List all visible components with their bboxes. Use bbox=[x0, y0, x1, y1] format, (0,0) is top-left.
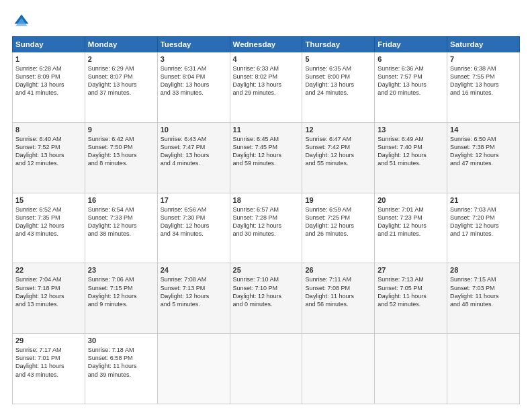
day-content: Sunrise: 6:29 AM Sunset: 8:07 PM Dayligh… bbox=[88, 64, 154, 97]
header bbox=[12, 12, 520, 31]
day-cell: 30Sunrise: 7:18 AM Sunset: 6:58 PM Dayli… bbox=[85, 334, 157, 404]
day-content: Sunrise: 6:43 AM Sunset: 7:47 PM Dayligh… bbox=[161, 135, 227, 168]
week-row-5: 29Sunrise: 7:17 AM Sunset: 7:01 PM Dayli… bbox=[13, 334, 520, 404]
day-content: Sunrise: 6:50 AM Sunset: 7:38 PM Dayligh… bbox=[450, 135, 517, 168]
day-cell: 13Sunrise: 6:49 AM Sunset: 7:40 PM Dayli… bbox=[375, 122, 447, 193]
week-row-2: 8Sunrise: 6:40 AM Sunset: 7:52 PM Daylig… bbox=[13, 122, 520, 193]
day-cell: 11Sunrise: 6:45 AM Sunset: 7:45 PM Dayli… bbox=[230, 122, 302, 193]
day-number: 8 bbox=[15, 126, 82, 134]
day-number: 9 bbox=[88, 126, 154, 134]
day-cell: 14Sunrise: 6:50 AM Sunset: 7:38 PM Dayli… bbox=[447, 122, 520, 193]
logo bbox=[12, 12, 34, 31]
weekday-header-monday: Monday bbox=[85, 37, 157, 52]
day-number: 12 bbox=[305, 126, 371, 134]
day-cell: 21Sunrise: 7:03 AM Sunset: 7:20 PM Dayli… bbox=[447, 193, 520, 263]
day-content: Sunrise: 7:04 AM Sunset: 7:18 PM Dayligh… bbox=[15, 275, 82, 308]
weekday-header-tuesday: Tuesday bbox=[157, 37, 230, 52]
day-cell: 10Sunrise: 6:43 AM Sunset: 7:47 PM Dayli… bbox=[157, 122, 230, 193]
day-cell: 23Sunrise: 7:06 AM Sunset: 7:15 PM Dayli… bbox=[85, 263, 157, 334]
day-content: Sunrise: 6:36 AM Sunset: 7:57 PM Dayligh… bbox=[378, 64, 444, 97]
day-number: 24 bbox=[161, 266, 227, 274]
day-cell: 19Sunrise: 6:59 AM Sunset: 7:25 PM Dayli… bbox=[302, 193, 375, 263]
day-content: Sunrise: 6:28 AM Sunset: 8:09 PM Dayligh… bbox=[15, 64, 82, 97]
day-cell: 4Sunrise: 6:33 AM Sunset: 8:02 PM Daylig… bbox=[230, 52, 302, 123]
page: SundayMondayTuesdayWednesdayThursdayFrid… bbox=[0, 0, 532, 411]
day-cell: 15Sunrise: 6:52 AM Sunset: 7:35 PM Dayli… bbox=[13, 193, 85, 263]
day-cell: 27Sunrise: 7:13 AM Sunset: 7:05 PM Dayli… bbox=[375, 263, 447, 334]
day-number: 10 bbox=[161, 126, 227, 134]
day-number: 7 bbox=[450, 55, 517, 63]
day-number: 21 bbox=[450, 196, 517, 204]
day-cell: 28Sunrise: 7:15 AM Sunset: 7:03 PM Dayli… bbox=[447, 263, 520, 334]
day-content: Sunrise: 6:38 AM Sunset: 7:55 PM Dayligh… bbox=[450, 64, 517, 97]
day-cell: 20Sunrise: 7:01 AM Sunset: 7:23 PM Dayli… bbox=[375, 193, 447, 263]
day-cell: 25Sunrise: 7:10 AM Sunset: 7:10 PM Dayli… bbox=[230, 263, 302, 334]
day-content: Sunrise: 6:35 AM Sunset: 8:00 PM Dayligh… bbox=[305, 64, 371, 97]
weekday-header-wednesday: Wednesday bbox=[230, 37, 302, 52]
day-cell: 22Sunrise: 7:04 AM Sunset: 7:18 PM Dayli… bbox=[13, 263, 85, 334]
day-number: 1 bbox=[15, 55, 82, 63]
day-cell: 24Sunrise: 7:08 AM Sunset: 7:13 PM Dayli… bbox=[157, 263, 230, 334]
weekday-header-saturday: Saturday bbox=[447, 37, 520, 52]
day-number: 19 bbox=[305, 196, 371, 204]
day-content: Sunrise: 7:17 AM Sunset: 7:01 PM Dayligh… bbox=[15, 346, 82, 379]
day-number: 29 bbox=[15, 336, 82, 345]
week-row-4: 22Sunrise: 7:04 AM Sunset: 7:18 PM Dayli… bbox=[13, 263, 520, 334]
day-cell: 6Sunrise: 6:36 AM Sunset: 7:57 PM Daylig… bbox=[375, 52, 447, 123]
day-number: 25 bbox=[233, 266, 300, 274]
day-number: 6 bbox=[378, 55, 444, 63]
day-cell: 7Sunrise: 6:38 AM Sunset: 7:55 PM Daylig… bbox=[447, 52, 520, 123]
calendar-body: 1Sunrise: 6:28 AM Sunset: 8:09 PM Daylig… bbox=[13, 52, 520, 404]
day-number: 2 bbox=[88, 55, 154, 63]
day-cell: 1Sunrise: 6:28 AM Sunset: 8:09 PM Daylig… bbox=[13, 52, 85, 123]
day-number: 27 bbox=[378, 266, 444, 274]
day-content: Sunrise: 6:57 AM Sunset: 7:28 PM Dayligh… bbox=[233, 205, 300, 238]
day-number: 13 bbox=[378, 126, 444, 134]
calendar-table: SundayMondayTuesdayWednesdayThursdayFrid… bbox=[12, 36, 520, 404]
day-number: 14 bbox=[450, 126, 517, 134]
day-cell bbox=[375, 334, 447, 404]
header-row: SundayMondayTuesdayWednesdayThursdayFrid… bbox=[13, 37, 520, 52]
day-content: Sunrise: 6:45 AM Sunset: 7:45 PM Dayligh… bbox=[233, 135, 300, 168]
day-content: Sunrise: 7:11 AM Sunset: 7:08 PM Dayligh… bbox=[305, 275, 371, 308]
day-content: Sunrise: 7:06 AM Sunset: 7:15 PM Dayligh… bbox=[88, 275, 154, 308]
day-content: Sunrise: 7:03 AM Sunset: 7:20 PM Dayligh… bbox=[450, 205, 517, 238]
day-cell: 9Sunrise: 6:42 AM Sunset: 7:50 PM Daylig… bbox=[85, 122, 157, 193]
day-content: Sunrise: 6:42 AM Sunset: 7:50 PM Dayligh… bbox=[88, 135, 154, 168]
day-content: Sunrise: 6:47 AM Sunset: 7:42 PM Dayligh… bbox=[305, 135, 371, 168]
day-cell: 12Sunrise: 6:47 AM Sunset: 7:42 PM Dayli… bbox=[302, 122, 375, 193]
day-cell: 3Sunrise: 6:31 AM Sunset: 8:04 PM Daylig… bbox=[157, 52, 230, 123]
day-number: 5 bbox=[305, 55, 371, 63]
day-content: Sunrise: 7:08 AM Sunset: 7:13 PM Dayligh… bbox=[161, 275, 227, 308]
day-content: Sunrise: 6:49 AM Sunset: 7:40 PM Dayligh… bbox=[378, 135, 444, 168]
day-cell bbox=[230, 334, 302, 404]
day-cell: 16Sunrise: 6:54 AM Sunset: 7:33 PM Dayli… bbox=[85, 193, 157, 263]
day-content: Sunrise: 7:10 AM Sunset: 7:10 PM Dayligh… bbox=[233, 275, 300, 308]
day-number: 3 bbox=[161, 55, 227, 63]
logo-icon bbox=[12, 12, 31, 31]
day-number: 16 bbox=[88, 196, 154, 204]
weekday-header-sunday: Sunday bbox=[13, 37, 85, 52]
day-content: Sunrise: 6:33 AM Sunset: 8:02 PM Dayligh… bbox=[233, 64, 300, 97]
day-content: Sunrise: 7:18 AM Sunset: 6:58 PM Dayligh… bbox=[88, 346, 154, 379]
weekday-header-friday: Friday bbox=[375, 37, 447, 52]
day-cell: 26Sunrise: 7:11 AM Sunset: 7:08 PM Dayli… bbox=[302, 263, 375, 334]
day-number: 22 bbox=[15, 266, 82, 274]
day-content: Sunrise: 6:56 AM Sunset: 7:30 PM Dayligh… bbox=[161, 205, 227, 238]
day-content: Sunrise: 7:01 AM Sunset: 7:23 PM Dayligh… bbox=[378, 205, 444, 238]
weekday-header-thursday: Thursday bbox=[302, 37, 375, 52]
day-cell: 2Sunrise: 6:29 AM Sunset: 8:07 PM Daylig… bbox=[85, 52, 157, 123]
day-number: 18 bbox=[233, 196, 300, 204]
day-number: 26 bbox=[305, 266, 371, 274]
week-row-3: 15Sunrise: 6:52 AM Sunset: 7:35 PM Dayli… bbox=[13, 193, 520, 263]
day-content: Sunrise: 6:31 AM Sunset: 8:04 PM Dayligh… bbox=[161, 64, 227, 97]
day-number: 4 bbox=[233, 55, 300, 63]
day-cell: 8Sunrise: 6:40 AM Sunset: 7:52 PM Daylig… bbox=[13, 122, 85, 193]
day-cell bbox=[447, 334, 520, 404]
day-number: 30 bbox=[88, 336, 154, 345]
day-number: 11 bbox=[233, 126, 300, 134]
day-cell: 17Sunrise: 6:56 AM Sunset: 7:30 PM Dayli… bbox=[157, 193, 230, 263]
day-content: Sunrise: 6:59 AM Sunset: 7:25 PM Dayligh… bbox=[305, 205, 371, 238]
day-cell: 29Sunrise: 7:17 AM Sunset: 7:01 PM Dayli… bbox=[13, 334, 85, 404]
day-content: Sunrise: 6:40 AM Sunset: 7:52 PM Dayligh… bbox=[15, 135, 82, 168]
